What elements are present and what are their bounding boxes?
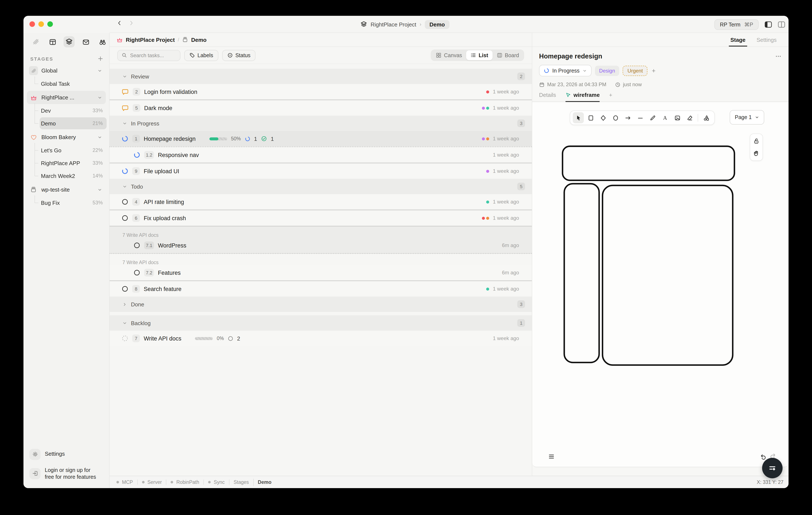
task-progress-label: 0% (217, 336, 224, 341)
task-title: Fix upload crash (144, 215, 186, 221)
header-separator: / (178, 37, 179, 43)
group-header-backlog[interactable]: Backlog 1 (110, 315, 532, 331)
group-header-done[interactable]: Done 3 (110, 297, 532, 312)
sidebar-item-bug-fix[interactable]: Bug Fix53% (24, 196, 107, 209)
task-row[interactable]: 8 Search feature 1 week ago (110, 281, 532, 297)
tag-urgent[interactable]: Urgent (623, 65, 647, 76)
labels-filter-button[interactable]: Labels (184, 50, 219, 61)
mail-icon[interactable] (80, 36, 91, 47)
tab-details[interactable]: Details (539, 92, 556, 102)
stages-view-icon[interactable] (63, 36, 75, 47)
sidebar-item-global-task[interactable]: Global Task (24, 77, 107, 90)
sidebar-group-wp-test-site[interactable]: wp-test-site (27, 183, 106, 196)
search-input[interactable] (130, 52, 176, 58)
tab-settings[interactable]: Settings (757, 33, 777, 47)
minimize-window-button[interactable] (38, 21, 44, 27)
forward-chevron-icon[interactable] (128, 20, 134, 26)
breadcrumb-project[interactable]: RightPlace Project (371, 21, 416, 28)
terminal-button[interactable]: RP Term ⌘P (714, 19, 759, 30)
group-header-review[interactable]: Review 2 (110, 69, 532, 84)
menu-icon[interactable] (548, 453, 555, 460)
chevron-down-icon (755, 115, 759, 119)
page-selector[interactable]: Page 1 (730, 110, 764, 125)
task-row-subtask[interactable]: 1.2 Responsive nav 1 week ago (110, 147, 532, 163)
line-tool-icon[interactable] (635, 112, 646, 123)
task-row[interactable]: 5 Dark mode 1 week ago (110, 100, 532, 116)
ellipse-tool-icon[interactable] (610, 112, 621, 123)
chevron-down-icon[interactable] (97, 68, 103, 73)
sidebar-item-dev[interactable]: Dev33% (24, 104, 107, 117)
sidebar-group-bloom-bakery[interactable]: Bloom Bakery (27, 131, 106, 144)
breadcrumb: RightPlace Project › Demo (360, 19, 450, 30)
arrow-tool-icon[interactable] (622, 112, 633, 123)
pencil-tool-icon[interactable] (647, 112, 658, 123)
chevron-down-icon[interactable] (97, 135, 103, 140)
select-tool-icon[interactable] (573, 112, 584, 123)
hand-tool-icon[interactable] (751, 148, 762, 159)
status-demo[interactable]: Demo (258, 480, 271, 485)
quick-actions-fab[interactable] (762, 458, 783, 478)
eraser-tool-icon[interactable] (684, 112, 695, 123)
back-chevron-icon[interactable] (116, 20, 122, 26)
wireframe-rect-header[interactable] (562, 146, 734, 181)
task-row[interactable]: 6 Fix upload crash 1 week ago (110, 210, 532, 226)
layout-view-icon[interactable] (47, 36, 58, 47)
sidebar-item-march-week2[interactable]: March Week214% (24, 169, 107, 182)
tab-wireframe[interactable]: wireframe (566, 92, 600, 102)
binoculars-icon[interactable] (97, 36, 108, 47)
breadcrumb-current[interactable]: Demo (425, 20, 450, 29)
status-dropdown[interactable]: In Progress (539, 65, 591, 76)
search-input-wrap[interactable] (117, 50, 180, 61)
header-current[interactable]: Demo (191, 36, 206, 43)
status-filter-button[interactable]: Status (222, 50, 256, 61)
undo-icon[interactable] (759, 453, 766, 460)
close-window-button[interactable] (29, 21, 35, 27)
sidebar-group-rightplace[interactable]: RightPlace ... (27, 91, 106, 104)
tab-stage[interactable]: Stage (730, 33, 746, 47)
shapes-tool-icon[interactable] (701, 112, 712, 123)
settings-button[interactable]: Settings (29, 449, 103, 460)
add-stage-icon[interactable] (98, 56, 103, 61)
rectangle-tool-icon[interactable] (585, 112, 596, 123)
toggle-left-panel-icon[interactable] (765, 21, 772, 28)
zoom-window-button[interactable] (47, 21, 53, 27)
task-row[interactable]: 2 Login form validation 1 week ago (110, 84, 532, 100)
chevron-down-icon (122, 121, 127, 126)
view-board-button[interactable]: Board (492, 50, 523, 60)
sidebar-item-rightplace-app[interactable]: RightPlace APP33% (24, 157, 107, 169)
login-button[interactable]: Login or sign up for free for more featu… (29, 467, 103, 481)
wireframe-rect-sidebar[interactable] (564, 184, 599, 362)
task-row[interactable]: 9 File upload UI 1 week ago (110, 163, 532, 179)
wireframe-canvas[interactable]: A Page 1 (532, 102, 788, 467)
toggle-right-panel-icon[interactable] (778, 21, 785, 28)
task-row-selected[interactable]: 1 Homepage redesign 50% 1 1 1 week ago (110, 131, 532, 146)
tag-design[interactable]: Design (595, 65, 619, 76)
app-logo-icon[interactable] (30, 36, 41, 47)
view-list-button[interactable]: List (466, 50, 492, 60)
chevron-down-icon[interactable] (97, 187, 103, 192)
group-header-todo[interactable]: Todo 5 (110, 179, 532, 194)
unlock-icon[interactable] (751, 136, 762, 146)
text-tool-icon[interactable]: A (659, 112, 670, 123)
add-tab-button[interactable]: + (609, 92, 612, 102)
task-row[interactable]: 4 API rate limiting 1 week ago (110, 194, 532, 210)
chevron-down-icon[interactable] (97, 95, 103, 100)
group-header-in-progress[interactable]: In Progress 3 (110, 116, 532, 131)
progress-spinner-icon (544, 68, 549, 73)
task-id-badge: 5 (133, 104, 140, 112)
sidebar-group-global[interactable]: Global (27, 64, 106, 77)
add-tag-button[interactable]: + (651, 67, 657, 74)
header-project[interactable]: RightPlace Project (126, 36, 175, 43)
task-row[interactable]: 7 Write API docs 0% 2 1 week ago (110, 331, 532, 346)
view-canvas-button[interactable]: Canvas (432, 50, 466, 60)
more-dots-icon[interactable] (775, 53, 782, 60)
canvas-side-toolbar (750, 134, 763, 161)
diamond-tool-icon[interactable] (598, 112, 609, 123)
sidebar-item-lets-go[interactable]: Let's Go22% (24, 144, 107, 157)
wireframe-rect-body[interactable] (603, 185, 733, 365)
image-tool-icon[interactable] (672, 112, 683, 123)
task-row-subtask[interactable]: 7.1 WordPress 6m ago (110, 238, 532, 253)
sidebar-item-demo[interactable]: Demo21% (24, 117, 107, 130)
task-row-subtask[interactable]: 7.2 Features 6m ago (110, 265, 532, 280)
status-stages[interactable]: Stages (233, 480, 249, 485)
